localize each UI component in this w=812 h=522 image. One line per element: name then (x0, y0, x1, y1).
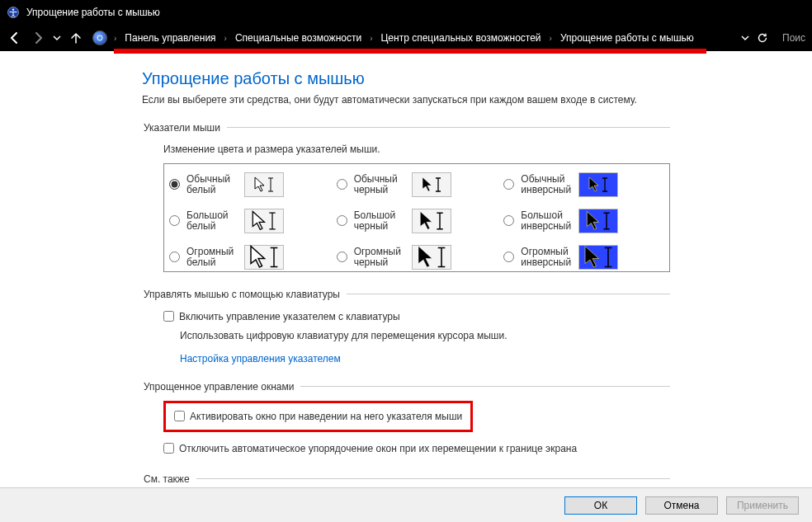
page-title: Упрощение работы с мышью (142, 69, 670, 88)
pointer-label: Огромный инверсный (521, 247, 574, 268)
section-window-management: Упрощенное управление окнами Активироват… (142, 381, 670, 468)
radio-large-inverted[interactable] (503, 215, 514, 226)
breadcrumb: › Панель управления › Специальные возмож… (89, 26, 731, 49)
page-description: Если вы выберете эти средства, они будут… (142, 93, 670, 107)
radio-xl-inverted[interactable] (503, 252, 514, 262)
pointer-option-normal-black[interactable]: Обычный черный (337, 172, 498, 197)
pointer-label: Большой черный (354, 210, 407, 232)
section-see-also: См. также (142, 473, 670, 487)
section-legend: Упрощенное управление окнами (142, 381, 300, 393)
up-button[interactable] (66, 28, 86, 48)
forward-button[interactable] (28, 28, 48, 48)
apply-button[interactable]: Применить (726, 496, 799, 515)
window-title-text: Упрощение работы с мышью (26, 7, 160, 18)
chevron-right-icon: › (223, 34, 229, 43)
recent-locations-button[interactable] (51, 28, 63, 48)
pointer-options-box: Обычный белый Обычный черный (163, 163, 670, 272)
window-titlebar: Упрощение работы с мышью (0, 0, 812, 25)
pointer-option-large-black[interactable]: Большой черный (337, 209, 498, 233)
pointer-preview-icon (244, 172, 284, 197)
radio-large-white[interactable] (169, 215, 180, 226)
pointer-preview-icon (412, 245, 451, 270)
breadcrumb-label: Специальные возможности (235, 32, 361, 44)
section-legend: См. также (142, 473, 196, 485)
checkbox-enable-mousekeys[interactable]: Включить управление указателем с клавиат… (163, 308, 670, 325)
pointer-preview-icon (578, 209, 618, 233)
checkbox-input[interactable] (174, 411, 185, 421)
breadcrumb-label: Панель управления (125, 32, 215, 44)
annotation-red-underline (114, 49, 706, 54)
checkbox-activate-on-hover[interactable]: Активировать окно при наведении на него … (174, 408, 462, 425)
checkbox-label: Отключить автоматическое упорядочение ок… (179, 443, 577, 454)
address-bar: › Панель управления › Специальные возмож… (0, 25, 812, 51)
chevron-right-icon: › (548, 34, 554, 43)
pointer-option-normal-inverted[interactable]: Обычный инверсный (503, 172, 664, 197)
section-legend: Указатели мыши (142, 122, 227, 134)
pointer-label: Большой белый (186, 210, 239, 232)
annotation-red-box: Активировать окно при наведении на него … (163, 401, 473, 432)
refresh-button[interactable] (753, 28, 772, 48)
pointer-option-xl-black[interactable]: Огромный черный (337, 245, 498, 270)
breadcrumb-make-mouse-easier[interactable]: Упрощение работы с мышью (555, 26, 699, 49)
checkbox-input[interactable] (163, 443, 174, 454)
svg-point-2 (97, 35, 102, 40)
pointer-preview-icon (412, 209, 451, 233)
pointer-label: Обычный инверсный (521, 174, 574, 195)
radio-normal-black[interactable] (337, 179, 347, 190)
pointer-option-large-white[interactable]: Большой белый (169, 209, 330, 233)
pointer-label: Обычный черный (354, 174, 407, 195)
pointer-label: Огромный черный (354, 247, 407, 268)
pointer-preview-icon (412, 172, 451, 197)
pointer-label: Большой инверсный (521, 210, 574, 232)
breadcrumb-ease-center[interactable]: Центр специальных возможностей (375, 26, 545, 49)
pointer-option-large-inverted[interactable]: Большой инверсный (503, 209, 664, 233)
svg-point-1 (12, 9, 14, 11)
chevron-right-icon: › (368, 34, 374, 43)
cancel-button[interactable]: Отмена (645, 496, 718, 515)
checkbox-disable-auto-arrange[interactable]: Отключить автоматическое упорядочение ок… (163, 440, 670, 457)
link-mousekeys-setup[interactable]: Настройка управления указателем (180, 353, 341, 364)
control-panel-icon (92, 31, 107, 45)
pointer-option-xl-white[interactable]: Огромный белый (169, 245, 330, 270)
section-keyboard-mouse: Управлять мышью с помощью клавиатуры Вкл… (142, 289, 670, 376)
pointer-option-xl-inverted[interactable]: Огромный инверсный (503, 245, 664, 270)
pointer-label: Огромный белый (186, 247, 239, 268)
pointer-sub-desc: Изменение цвета и размера указателей мыш… (163, 143, 670, 155)
pointer-preview-icon (578, 172, 618, 197)
radio-xl-black[interactable] (337, 252, 347, 262)
dialog-footer: ОК Отмена Применить (0, 487, 812, 522)
back-button[interactable] (5, 28, 25, 48)
section-legend: Управлять мышью с помощью клавиатуры (142, 289, 347, 300)
ease-of-access-icon (7, 6, 20, 19)
mousekeys-description: Использовать цифровую клавиатуру для пер… (163, 330, 670, 341)
checkbox-label: Активировать окно при наведении на него … (190, 411, 462, 422)
radio-normal-white[interactable] (169, 179, 180, 190)
pointer-preview-icon (578, 245, 618, 270)
address-history-button[interactable] (739, 28, 751, 48)
pointer-preview-icon (244, 209, 284, 233)
pointer-label: Обычный белый (186, 174, 239, 195)
section-mouse-pointers: Указатели мыши Изменение цвета и размера… (142, 122, 670, 284)
breadcrumb-label: Упрощение работы с мышью (560, 32, 694, 44)
pointer-preview-icon (244, 245, 284, 270)
breadcrumb-control-panel[interactable]: Панель управления (120, 26, 220, 49)
breadcrumb-label: Центр специальных возможностей (380, 32, 541, 44)
radio-xl-white[interactable] (169, 252, 180, 262)
checkbox-label: Включить управление указателем с клавиат… (179, 311, 400, 322)
breadcrumb-ease-of-access[interactable]: Специальные возможности (230, 26, 366, 49)
pointer-option-normal-white[interactable]: Обычный белый (169, 172, 330, 197)
chevron-right-icon: › (112, 34, 118, 43)
search-input[interactable]: Поис (776, 32, 807, 44)
radio-large-black[interactable] (337, 215, 347, 226)
checkbox-input[interactable] (163, 311, 174, 322)
radio-normal-inverted[interactable] (503, 179, 514, 190)
ok-button[interactable]: ОК (564, 496, 637, 515)
search-placeholder-text: Поис (782, 32, 805, 44)
